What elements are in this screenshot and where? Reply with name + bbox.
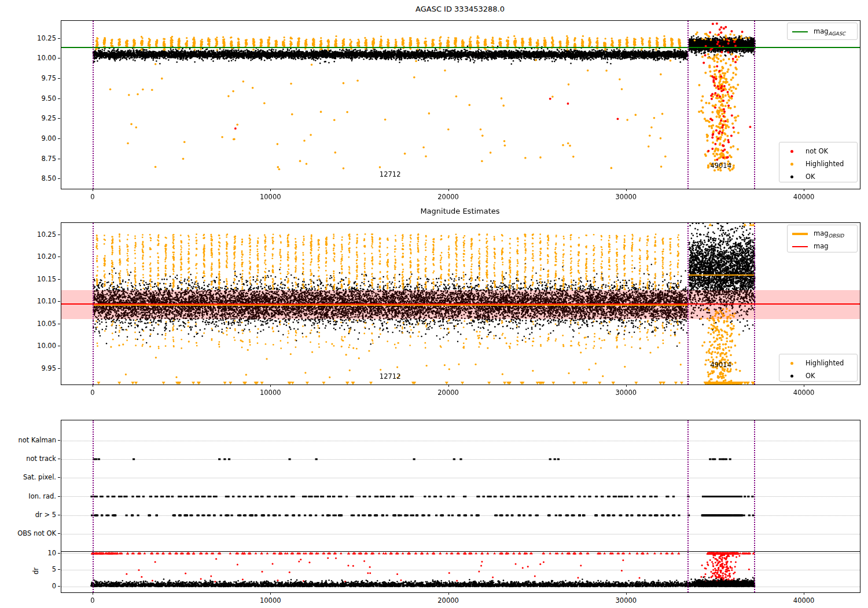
x-tick-mark [626,384,627,387]
flag-label: Ion. rad. [4,492,56,501]
y-tick-label: 9.95 [30,364,56,373]
legend-mag-lines: magOBSID mag [787,225,858,252]
y-tick-mark [58,324,60,324]
mag-agasc-line-swatch [792,31,808,32]
y-tick-label: 10.25 [30,230,56,239]
mag-obsid-line-swatch [792,233,808,235]
annotation-obsid: 12712 [380,372,401,380]
x-tick-label: 10000 [260,388,281,397]
legend-mag-label: mag [814,242,829,251]
top-axes: 1271249014 [61,20,860,189]
middle-axes: 1271249014 [61,222,860,385]
y-tick-mark [58,78,60,79]
y-tick-label: 10.05 [30,319,56,328]
x-tick-mark [270,384,271,387]
x-tick-label: 40000 [793,596,815,605]
annotation-obsid: 49014 [710,162,731,170]
x-tick-mark [804,592,804,595]
x-tick-label: 0 [90,192,94,202]
ok-dot-swatch-2 [790,375,793,378]
x-tick-mark [93,592,93,595]
obsid-boundary-vline [93,223,94,384]
x-tick-mark [626,189,627,191]
x-tick-mark [93,384,93,387]
x-tick-label: 10000 [260,192,281,202]
highlighted-dot-swatch-2 [790,362,793,365]
legend-point-classes: not OK Highlighted OK [779,142,858,182]
y-tick-label: 10.20 [30,252,56,261]
legend-mag-agasc-label: magAGASC [814,27,845,36]
legend-highlighted-label: Highlighted [806,160,844,168]
middle-plot-title: Magnitude Estimates [61,207,859,215]
top-axes-canvas [61,21,860,189]
y-tick-mark [58,178,60,179]
x-tick-label: 0 [90,596,94,605]
y-tick-mark [58,118,60,119]
y-tick-label: 10.10 [30,296,56,306]
x-tick-label: 40000 [793,388,815,397]
flag-tick-mark [58,533,60,534]
dr-tick-mark [58,553,60,554]
flag-tick-mark [58,477,60,478]
y-tick-label: 10.25 [30,34,56,43]
y-tick-mark [58,368,60,369]
not-ok-dot-swatch [790,150,793,153]
x-tick-mark [626,592,627,595]
x-tick-label: 30000 [616,596,637,605]
y-tick-mark [58,58,60,58]
obsid-boundary-vline [93,420,94,592]
flag-label: not track [4,454,56,463]
x-tick-mark [448,592,449,595]
flag-tick-mark [58,515,60,515]
figure: AGASC ID 333453288.0 Magnitude Estimates… [0,0,868,608]
highlighted-dot-swatch [790,163,793,166]
y-tick-label: 9.00 [30,134,56,143]
y-tick-mark [58,279,60,280]
dr-tick-label: 5 [36,565,56,574]
y-tick-label: 9.25 [30,113,56,123]
y-tick-label: 10.00 [30,341,56,350]
x-tick-mark [448,384,449,387]
y-tick-mark [58,159,60,159]
legend-ok-label: OK [806,173,815,181]
x-tick-mark [804,189,804,191]
top-plot-title: AGASC ID 333453288.0 [61,5,859,13]
y-tick-label: 10.00 [30,53,56,63]
dr-tick-mark [58,586,60,587]
annotation-obsid: 49014 [710,361,731,369]
obsid-boundary-vline [754,21,755,189]
y-tick-mark [58,235,60,235]
line-mag_AGASC [61,47,860,48]
y-tick-label: 9.50 [30,94,56,103]
obsid-boundary-vline [687,420,689,592]
y-tick-label: 8.75 [30,154,56,163]
y-tick-label: 9.75 [30,74,56,83]
line-mag_OBSID [688,274,755,276]
obsid-boundary-vline [687,21,689,189]
legend-not-ok-label: not OK [806,147,828,155]
x-tick-mark [448,189,449,191]
bottom-axes-canvas [61,420,860,592]
line-mag_OBSID [93,305,688,306]
x-tick-label: 30000 [616,192,637,202]
x-tick-mark [270,189,271,191]
x-tick-label: 0 [90,388,94,397]
legend-highlighted-label-2: Highlighted [806,359,844,367]
legend-mag-obsid-label: magOBSID [814,229,844,239]
flag-label: Sat. pixel. [4,473,56,482]
flag-tick-mark [58,496,60,497]
annotation-obsid: 12712 [380,170,401,178]
flag-tick-mark [58,459,60,459]
obsid-boundary-vline [754,223,755,384]
y-tick-mark [58,301,60,302]
legend-point-classes-middle: Highlighted OK [779,354,858,382]
dr-tick-label: 0 [36,581,56,591]
y-tick-mark [58,38,60,39]
dr-tick-mark [58,569,60,570]
legend-ok-label-2: OK [806,372,815,380]
flag-label: dr > 5 [4,510,56,519]
flag-label: not Kalman [4,435,56,445]
x-tick-mark [93,189,93,191]
x-tick-mark [804,384,804,387]
y-tick-mark [58,346,60,346]
